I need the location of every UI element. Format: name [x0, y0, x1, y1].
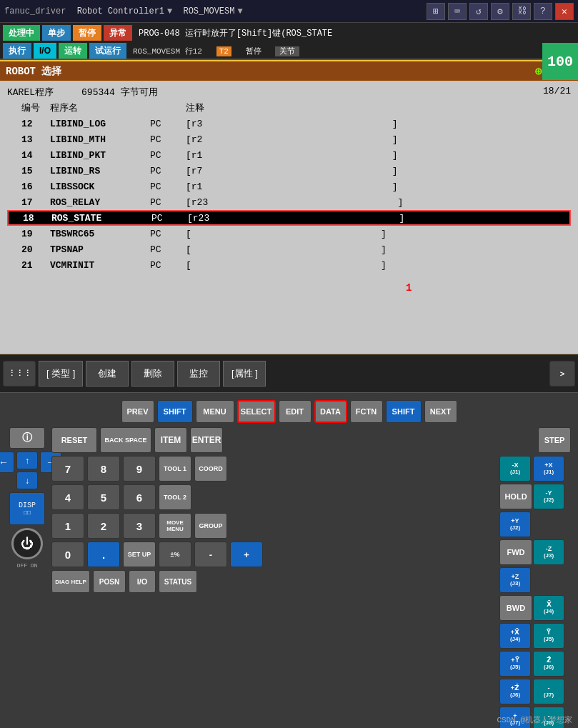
delete-btn[interactable]: 删除	[131, 361, 174, 387]
dot-btn[interactable]: .	[87, 542, 120, 567]
row-comment: [r23 ]	[187, 213, 569, 224]
num4-btn[interactable]: 4	[51, 484, 84, 510]
plus-minus-btn[interactable]: ±%	[159, 542, 191, 567]
select-btn[interactable]: SELECT	[237, 400, 276, 423]
info-btn[interactable]: ⓘ	[9, 427, 45, 449]
disp-btn[interactable]: DISP □□	[9, 492, 45, 525]
next-btn[interactable]: NEXT	[424, 400, 457, 423]
run-btn[interactable]: 运转	[59, 43, 87, 59]
help-icon[interactable]: ?	[534, 3, 552, 20]
create-btn[interactable]: 创建	[86, 361, 129, 387]
more-arrow-btn[interactable]: >	[549, 361, 575, 387]
num6-btn[interactable]: 6	[123, 484, 156, 510]
table-row[interactable]: 13 LIBIND_MTH PC [r2 ]	[7, 131, 571, 147]
status-bottom-btn[interactable]: STATUS	[159, 570, 197, 593]
menu-btn[interactable]: MENU	[196, 400, 234, 423]
error-btn[interactable]: 异常	[104, 25, 132, 41]
num1-btn[interactable]: 1	[51, 513, 84, 539]
posn-small-btn[interactable]: POSN	[93, 570, 126, 593]
step-btn-kp[interactable]: STEP	[538, 427, 571, 453]
table-row[interactable]: 20 TPSNAP PC [ ]	[7, 241, 571, 257]
axis-neg-j5[interactable]: Ȳ(J5)	[533, 623, 564, 649]
power-btn[interactable]: ⏻	[11, 528, 43, 559]
fwd-btn[interactable]: FWD	[499, 539, 532, 565]
axis-neg-x-j1[interactable]: -X(J1)	[499, 456, 531, 482]
shift-left-btn[interactable]: SHIFT	[157, 400, 193, 423]
axis-pos-j4[interactable]: +X̄(J4)	[499, 623, 531, 649]
tool1-btn[interactable]: TOOL 1	[159, 456, 191, 482]
axis-neg-j6[interactable]: Z̄(J6)	[533, 651, 564, 677]
type-btn[interactable]: [ 类型 ]	[39, 361, 83, 387]
arrow-down-btn[interactable]: ↓	[16, 472, 38, 489]
io-bottom-btn[interactable]: I/O	[129, 570, 156, 593]
axis-pos-y-j2[interactable]: +Y(J2)	[499, 512, 531, 537]
num7-btn[interactable]: 7	[51, 456, 84, 482]
program-name[interactable]: ROS_MOVESM	[183, 6, 234, 16]
connect-icon[interactable]: ⛓	[512, 3, 531, 20]
axis-neg-j4[interactable]: X̄(J4)	[533, 595, 564, 621]
minus-btn[interactable]: -	[194, 542, 227, 567]
setup-btn[interactable]: SET UP	[123, 542, 156, 567]
prev-btn[interactable]: PREV	[121, 400, 154, 423]
test-run-btn[interactable]: 试运行	[89, 43, 126, 59]
fctn-btn[interactable]: FCTN	[350, 400, 383, 423]
axis-neg-z-j3[interactable]: -Z(J3)	[533, 539, 564, 565]
controller-name[interactable]: Robot Controller1	[77, 6, 164, 16]
step-btn[interactable]: 单步	[42, 25, 71, 41]
table-row[interactable]: 14 LIBIND_PKT PC [r1 ]	[7, 147, 571, 163]
axis-neg-j7[interactable]: -(J7)	[533, 679, 564, 704]
num2-btn[interactable]: 2	[87, 513, 120, 539]
monitor-icon[interactable]: ⊞	[427, 3, 445, 20]
pause-btn[interactable]: 暂停	[73, 25, 101, 41]
table-row[interactable]: 17 ROS_RELAY PC [r23 ]	[7, 194, 571, 210]
axis-pos-x-j1[interactable]: +X(J1)	[533, 456, 564, 482]
data-btn[interactable]: DATA	[314, 400, 347, 423]
row-name: ROS_STATE	[51, 213, 151, 224]
exec-btn[interactable]: 执行	[3, 43, 31, 59]
group-btn[interactable]: GROUP	[194, 513, 227, 539]
shift-right-btn[interactable]: SHIFT	[386, 400, 422, 423]
reset-btn[interactable]: RESET	[51, 427, 97, 453]
reload-icon[interactable]: ↺	[469, 3, 488, 20]
props-btn[interactable]: [属性 ]	[223, 361, 266, 387]
enter-btn[interactable]: ENTER	[190, 427, 223, 453]
bwd-btn[interactable]: BWD	[499, 595, 532, 621]
table-row[interactable]: 18 ROS_STATE PC [r23 ]	[7, 210, 571, 226]
processing-btn[interactable]: 处理中	[3, 25, 40, 41]
io-btn[interactable]: I/O	[34, 43, 56, 59]
edit-btn[interactable]: EDIT	[279, 400, 312, 423]
grid-icon-btn[interactable]: ⋮⋮⋮	[3, 361, 36, 387]
tool2-btn[interactable]: TOOL 2	[159, 484, 191, 510]
table-row[interactable]: 15 LIBIND_RS PC [r7 ]	[7, 163, 571, 179]
monitor-btn[interactable]: 监控	[177, 361, 220, 387]
table-row[interactable]: 12 LIBIND_LOG PC [r3 ]	[7, 116, 571, 131]
row-type: PC	[151, 213, 187, 224]
axis-pos-j6[interactable]: +Z̄(J6)	[499, 679, 531, 704]
backspace-btn[interactable]: BACK SPACE	[100, 427, 151, 453]
settings-icon[interactable]: ⚙	[491, 3, 509, 20]
move-menu-btn[interactable]: MOVE MENU	[159, 513, 191, 539]
close-button[interactable]: ✕	[555, 3, 574, 20]
item-btn[interactable]: ITEM	[154, 427, 187, 453]
axis-neg-y-j2[interactable]: -Y(J2)	[533, 484, 564, 509]
row-type: PC	[150, 197, 186, 208]
axis-pos-j5[interactable]: +Ȳ(J5)	[499, 651, 531, 677]
num5-btn[interactable]: 5	[87, 484, 120, 510]
table-row[interactable]: 21 VCMRINIT PC [ ]	[7, 257, 571, 273]
table-row[interactable]: 19 TBSWRC65 PC [ ]	[7, 226, 571, 241]
plus-btn[interactable]: +	[230, 542, 263, 567]
arrow-left-btn[interactable]: ←	[0, 452, 14, 473]
diag-help-btn[interactable]: DIAG HELP	[51, 570, 90, 593]
num9-btn[interactable]: 9	[123, 456, 156, 482]
table-row[interactable]: 16 LIBSSOCK PC [r1 ]	[7, 179, 571, 194]
arrow-up-btn[interactable]: ↑	[16, 452, 38, 469]
num3-btn[interactable]: 3	[123, 513, 156, 539]
num8-btn[interactable]: 8	[87, 456, 120, 482]
hold-btn[interactable]: HOLD	[499, 484, 532, 509]
num0-btn[interactable]: 0	[51, 542, 84, 567]
row-type: PC	[150, 134, 186, 145]
coord-btn[interactable]: COORD	[194, 456, 227, 482]
keypad-main: ⓘ ← ↑ ↓ → DISP □□ ⏻ OFF ON RESET BACK SP…	[0, 427, 578, 728]
axis-pos-z-j3[interactable]: +Z(J3)	[499, 567, 531, 593]
keyboard-icon[interactable]: ⌨	[448, 3, 467, 20]
